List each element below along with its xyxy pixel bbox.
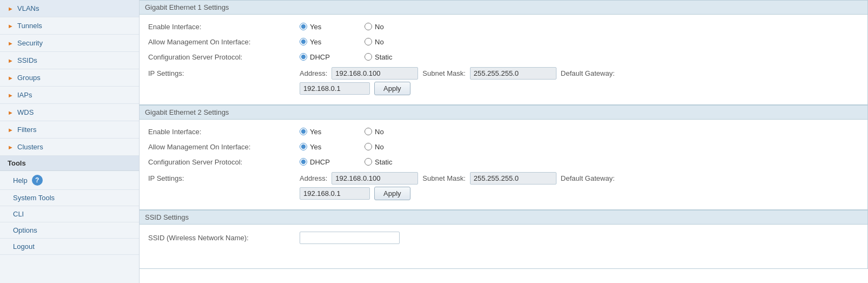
chevron-right-icon: ►: [8, 40, 14, 47]
chevron-right-icon: ►: [8, 23, 14, 29]
eth2-mgmt-radio-group: Yes No: [300, 143, 419, 151]
ssid-name-label: SSID (Wireless Network Name):: [148, 234, 300, 242]
eth2-subnet-input[interactable]: [470, 172, 556, 185]
sidebar-item-tunnels[interactable]: ► Tunnels: [0, 17, 139, 35]
eth1-apply-button[interactable]: Apply: [374, 82, 410, 95]
eth2-proto-dhcp-radio[interactable]: [300, 158, 307, 166]
eth2-gateway-input[interactable]: [300, 187, 370, 200]
eth1-mgmt-no-radio[interactable]: [365, 38, 372, 45]
ssid-section-header: SSID Settings: [140, 210, 868, 225]
eth2-enable-row: Enable Interface: Yes No: [148, 124, 859, 139]
eth2-mgmt-label: Allow Management On Interface:: [148, 143, 300, 151]
eth1-proto-static-radio[interactable]: [365, 53, 372, 61]
eth1-ip-row2: Apply: [300, 82, 615, 95]
eth1-address-label: Address:: [300, 69, 327, 77]
sidebar-item-security[interactable]: ► Security: [0, 35, 139, 52]
eth1-enable-label: Enable Interface:: [148, 23, 300, 31]
eth2-apply-button[interactable]: Apply: [374, 187, 410, 200]
eth2-mgmt-yes[interactable]: Yes: [300, 143, 354, 151]
eth1-gateway-label: Default Gateway:: [561, 69, 615, 77]
sidebar-item-label: CLI: [13, 210, 24, 218]
sidebar-item-label: Tunnels: [17, 22, 42, 30]
sidebar-item-clusters[interactable]: ► Clusters: [0, 139, 139, 156]
eth2-mgmt-no-radio[interactable]: [365, 143, 372, 150]
sidebar-item-label: Help: [13, 176, 28, 185]
ssid-name-input[interactable]: [300, 232, 400, 244]
sidebar-item-label: Options: [13, 226, 37, 234]
eth2-section-body: Enable Interface: Yes No Allow Managemen…: [140, 120, 868, 210]
eth2-gateway-label: Default Gateway:: [561, 174, 615, 182]
help-icon: ?: [32, 175, 43, 186]
eth1-mgmt-yes-radio[interactable]: [300, 38, 307, 45]
eth2-address-label: Address:: [300, 174, 327, 182]
eth2-ip-row: IP Settings: Address: Subnet Mask: Defau…: [148, 169, 859, 203]
eth2-proto-label: Configuration Server Protocol:: [148, 158, 300, 166]
eth2-mgmt-yes-radio[interactable]: [300, 143, 307, 150]
eth1-enable-yes[interactable]: Yes: [300, 23, 354, 31]
eth1-enable-yes-radio[interactable]: [300, 23, 307, 30]
eth1-mgmt-no[interactable]: No: [365, 38, 419, 46]
sidebar-item-label: Logout: [13, 242, 35, 251]
eth1-enable-radio-group: Yes No: [300, 23, 419, 31]
sidebar-item-label: WDS: [17, 108, 34, 116]
chevron-right-icon: ►: [8, 109, 14, 116]
eth2-proto-dhcp[interactable]: DHCP: [300, 158, 354, 166]
eth1-gateway-input[interactable]: [300, 82, 370, 95]
eth2-proto-static-radio[interactable]: [365, 158, 372, 166]
eth1-mgmt-yes[interactable]: Yes: [300, 38, 354, 46]
eth2-enable-yes-radio[interactable]: [300, 128, 307, 135]
sidebar-item-label: Filters: [17, 126, 36, 134]
chevron-right-icon: ►: [8, 75, 14, 81]
eth1-enable-row: Enable Interface: Yes No: [148, 19, 859, 34]
eth1-proto-label: Configuration Server Protocol:: [148, 53, 300, 61]
sidebar-item-logout[interactable]: Logout: [0, 239, 139, 255]
eth2-mgmt-no[interactable]: No: [365, 143, 419, 151]
eth2-enable-yes[interactable]: Yes: [300, 128, 354, 136]
eth2-subnet-label: Subnet Mask:: [422, 174, 466, 182]
eth1-section-body: Enable Interface: Yes No Allow Managemen…: [140, 15, 868, 105]
eth1-enable-no-radio[interactable]: [365, 23, 372, 30]
eth2-section-header: Gigabit Ethernet 2 Settings: [140, 105, 868, 120]
eth1-ip-label: IP Settings:: [148, 67, 300, 77]
eth2-ip-fields: Address: Subnet Mask: Default Gateway: A…: [300, 172, 615, 200]
eth2-enable-no[interactable]: No: [365, 128, 419, 136]
sidebar-item-system-tools[interactable]: System Tools: [0, 190, 139, 206]
sidebar-item-label: VLANs: [17, 4, 39, 12]
eth2-address-input[interactable]: [332, 172, 418, 185]
sidebar-item-iaps[interactable]: ► IAPs: [0, 87, 139, 104]
sidebar-item-label: Groups: [17, 74, 41, 82]
eth1-proto-static[interactable]: Static: [365, 53, 419, 61]
sidebar-item-label: Clusters: [17, 143, 43, 151]
eth1-enable-no[interactable]: No: [365, 23, 419, 31]
eth1-proto-dhcp-radio[interactable]: [300, 53, 307, 61]
sidebar-item-options[interactable]: Options: [0, 222, 139, 239]
eth1-proto-dhcp[interactable]: DHCP: [300, 53, 354, 61]
eth1-address-input[interactable]: [332, 67, 418, 80]
sidebar-item-wds[interactable]: ► WDS: [0, 104, 139, 121]
sidebar: ► VLANs ► Tunnels ► Security ► SSIDs ► G…: [0, 0, 140, 283]
eth2-mgmt-row: Allow Management On Interface: Yes No: [148, 139, 859, 154]
sidebar-item-help[interactable]: Help ?: [0, 171, 139, 190]
eth1-proto-radio-group: DHCP Static: [300, 53, 419, 61]
eth2-ip-label: IP Settings:: [148, 172, 300, 182]
eth1-ip-row: IP Settings: Address: Subnet Mask: Defau…: [148, 64, 859, 98]
sidebar-item-label: SSIDs: [17, 56, 37, 64]
sidebar-item-filters[interactable]: ► Filters: [0, 121, 139, 139]
sidebar-item-vlans[interactable]: ► VLANs: [0, 0, 139, 17]
eth2-proto-static[interactable]: Static: [365, 158, 419, 166]
eth2-proto-radio-group: DHCP Static: [300, 158, 419, 166]
chevron-right-icon: ►: [8, 5, 14, 12]
eth1-subnet-input[interactable]: [470, 67, 556, 80]
eth1-mgmt-label: Allow Management On Interface:: [148, 38, 300, 46]
sidebar-item-ssids[interactable]: ► SSIDs: [0, 52, 139, 69]
eth2-enable-no-radio[interactable]: [365, 128, 372, 135]
eth1-mgmt-row: Allow Management On Interface: Yes No: [148, 34, 859, 49]
chevron-right-icon: ►: [8, 57, 14, 64]
chevron-right-icon: ►: [8, 144, 14, 150]
eth2-ip-row2: Apply: [300, 187, 615, 200]
sidebar-item-groups[interactable]: ► Groups: [0, 69, 139, 87]
eth1-subnet-label: Subnet Mask:: [422, 69, 466, 77]
ssid-name-row: SSID (Wireless Network Name):: [148, 229, 859, 247]
ssid-extra-row: [148, 247, 859, 262]
sidebar-item-cli[interactable]: CLI: [0, 206, 139, 222]
